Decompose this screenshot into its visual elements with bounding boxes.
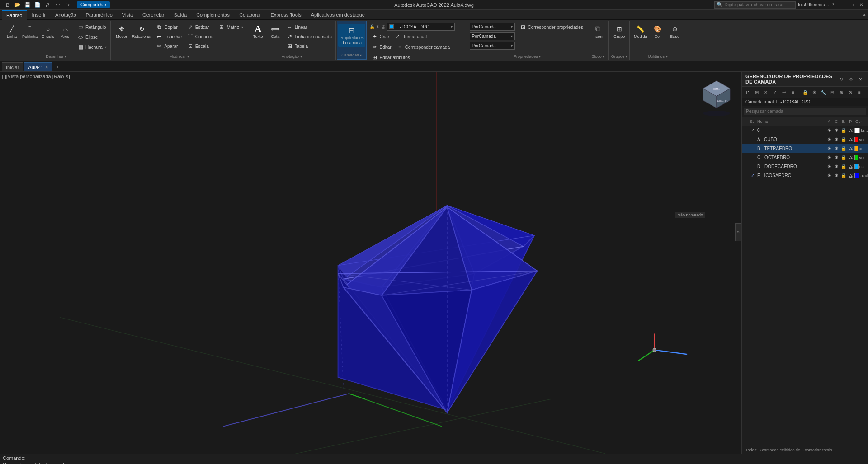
btn-inserir[interactable]: ⧉ Inserir [590, 23, 606, 40]
col-cor[interactable]: Cor [854, 119, 868, 124]
layer-e-plot[interactable]: 🖨 [847, 173, 854, 178]
qat-open[interactable]: 📂 [14, 1, 22, 9]
user-button[interactable]: luis99henriqu... [798, 2, 829, 7]
col-status[interactable]: S. [749, 119, 756, 124]
btn-escala[interactable]: ⊡Escala [185, 42, 216, 51]
qat-save-as[interactable]: 📄 [33, 1, 42, 9]
tab-colaborar[interactable]: Colaborar [235, 10, 265, 20]
btn-corresponder[interactable]: ⊡Corresponder propriedades [518, 23, 585, 32]
layer-b-plot[interactable]: 🖨 [847, 146, 854, 151]
btn-medida[interactable]: 📏 Medida [632, 23, 649, 40]
layer-row-d-dodecaedro[interactable]: D - DODECAEDRO ☀ ❄ 🔓 🖨 cia... [742, 162, 868, 171]
col-p[interactable]: P. [847, 119, 854, 124]
layer-row-c-octaedro[interactable]: C - OCTAEDRO ☀ ❄ 🔓 🖨 ver... [742, 153, 868, 162]
btn-linha[interactable]: ╱ Linha [4, 23, 20, 40]
search-input[interactable] [725, 2, 793, 7]
qat-undo[interactable]: ↩ [53, 1, 61, 9]
btn-mover[interactable]: ✥ Mover [113, 23, 130, 40]
btn-matriz[interactable]: ⊞Matriz [216, 23, 245, 32]
rpt-icon4[interactable]: ⊟ [828, 88, 836, 96]
layer-d-plot[interactable]: 🖨 [847, 164, 854, 169]
layer-icon1[interactable]: 🔒 [369, 24, 375, 29]
layer-d-freeze[interactable]: ❄ [833, 164, 840, 169]
btn-arco[interactable]: ⌓ Arco [57, 23, 73, 40]
rp-close-btn[interactable]: ✕ [856, 75, 864, 83]
rpt-set-current[interactable]: ✓ [771, 88, 779, 96]
qat-plot[interactable]: 🖨 [43, 1, 52, 9]
peso-linha-dropdown[interactable]: PorCamada ▾ [470, 42, 515, 50]
tab-padrao[interactable]: Padrão [2, 10, 27, 20]
layer-b-freeze[interactable]: ❄ [833, 146, 840, 151]
btn-propriedades-camada[interactable]: ⊟ Propriedades da camada [338, 24, 365, 47]
btn-grupo[interactable]: ⊞ Grupo [611, 23, 627, 40]
rp-search-input[interactable] [744, 108, 866, 115]
layer-e-freeze[interactable]: ❄ [833, 173, 840, 178]
btn-editar[interactable]: ✏Editar [369, 42, 393, 52]
layer-row-0[interactable]: ✓ 0 ☀ ❄ 🔓 🖨 br... [742, 126, 868, 135]
share-button[interactable]: Compartilhar [77, 1, 110, 8]
btn-copiar[interactable]: ⧉Copiar [154, 23, 184, 32]
tab-gerenciar[interactable]: Gerenciar [138, 10, 169, 20]
qat-save[interactable]: 💾 [24, 1, 32, 9]
viewport[interactable]: [-][Vista personalizada][Raio X] [0, 72, 741, 454]
tab-iniciar[interactable]: Iniciar [2, 62, 23, 71]
layer-b-on[interactable]: ☀ [826, 146, 833, 151]
btn-tornar-atual[interactable]: ✓Tornar atual [392, 32, 429, 41]
qat-redo[interactable]: ↪ [63, 1, 71, 9]
layer-c-freeze[interactable]: ❄ [833, 155, 840, 160]
help-icon[interactable]: ? [831, 2, 834, 7]
layer-b-lock[interactable]: 🔓 [840, 146, 847, 151]
layer-0-on[interactable]: ☀ [826, 128, 833, 133]
col-a[interactable]: A [826, 119, 833, 124]
btn-esticar[interactable]: ⤢Esticar [185, 23, 216, 32]
tab-inserir[interactable]: Inserir [27, 10, 50, 20]
btn-corresponder-camada[interactable]: ≡Corresponder camada [395, 42, 452, 52]
tab-aula4-close[interactable]: ✕ [45, 65, 48, 70]
layer-b-color[interactable]: am... [854, 146, 868, 151]
tipo-linha-dropdown[interactable]: PorCamada ▾ [470, 32, 515, 40]
tab-aula4[interactable]: Aula4* ✕ [24, 62, 52, 71]
layer-c-lock[interactable]: 🔓 [840, 155, 847, 160]
rpt-state-manager[interactable]: ≡ [789, 88, 797, 96]
new-tab-button[interactable]: + [53, 62, 62, 71]
btn-circulo[interactable]: ○ Círculo [40, 23, 56, 40]
rpt-prev-state[interactable]: ↩ [780, 88, 788, 96]
cor-dropdown[interactable]: PorCamada ▾ [470, 23, 515, 31]
btn-tabela[interactable]: ⊞Tabela [284, 42, 334, 51]
layer-0-color[interactable]: br... [854, 128, 868, 133]
btn-cor[interactable]: 🎨 Cor [650, 23, 666, 40]
tab-saida[interactable]: Saída [169, 10, 191, 20]
tab-parametrico[interactable]: Paramétrico [81, 10, 117, 20]
col-name[interactable]: Nome [756, 119, 826, 124]
qat-new[interactable]: 🗋 [4, 1, 12, 9]
btn-rotacionar[interactable]: ↻ Rotacionar [131, 23, 153, 40]
rpt-icon1[interactable]: 🔒 [801, 88, 809, 96]
rpt-delete[interactable]: ✕ [762, 88, 770, 96]
layer-c-on[interactable]: ☀ [826, 155, 833, 160]
layer-0-freeze[interactable]: ❄ [833, 128, 840, 133]
layer-a-lock[interactable]: 🔓 [840, 137, 847, 142]
btn-polilinha[interactable]: ⌒ Polilinha [21, 23, 39, 40]
layer-icon3[interactable]: 🖨 [381, 24, 385, 29]
rp-settings-btn[interactable]: ⚙ [847, 75, 855, 83]
layer-e-color[interactable]: azul [854, 173, 868, 178]
layer-a-freeze[interactable]: ❄ [833, 137, 840, 142]
btn-retangulo[interactable]: ▭Retângulo [75, 23, 108, 32]
btn-hachura[interactable]: ▦Hachura [75, 42, 108, 52]
close-button[interactable]: ✕ [858, 2, 864, 8]
col-c[interactable]: C [833, 119, 840, 124]
tab-anotacao[interactable]: Anotação [51, 10, 80, 20]
layer-current-dropdown[interactable]: E - ICOSAEDRO ▾ [387, 23, 455, 31]
rpt-icon6[interactable]: ⊗ [846, 88, 854, 96]
tab-complementos[interactable]: Complementos [192, 10, 234, 20]
rp-refresh-btn[interactable]: ↻ [837, 75, 845, 83]
search-box[interactable]: 🔍 [714, 1, 796, 9]
layer-0-plot[interactable]: 🖨 [847, 128, 854, 133]
btn-linha-chamada[interactable]: ↗Linha de chamada [284, 32, 334, 41]
minimize-button[interactable]: — [840, 2, 846, 8]
btn-texto[interactable]: A Texto [250, 23, 266, 40]
tab-express[interactable]: Express Tools [266, 10, 306, 20]
layer-d-on[interactable]: ☀ [826, 164, 833, 169]
layer-c-plot[interactable]: 🖨 [847, 155, 854, 160]
layer-a-on[interactable]: ☀ [826, 137, 833, 142]
